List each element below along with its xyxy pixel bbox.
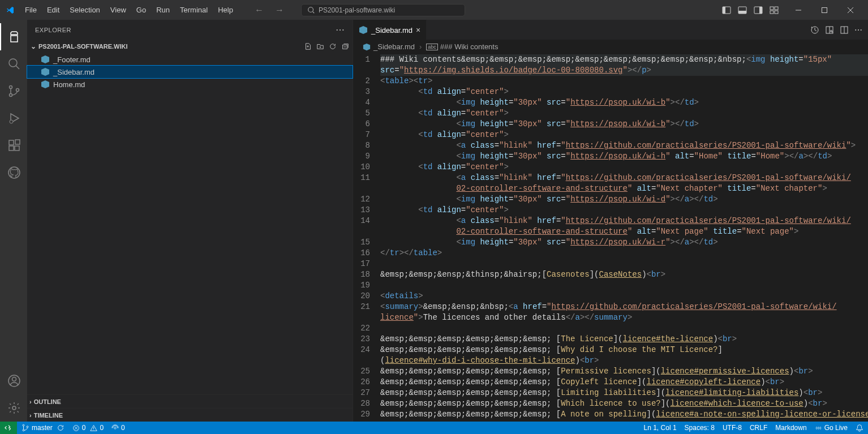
tab-actions: ⋯ — [810, 20, 868, 40]
split-editor-icon[interactable] — [840, 25, 849, 35]
svg-rect-9 — [775, 7, 778, 10]
svg-line-1 — [313, 11, 315, 13]
tab-sidebar-md[interactable]: _Sidebar.md × — [353, 20, 427, 40]
line-gutter: 1234567891011121314151617181920212223242… — [353, 54, 380, 422]
menu-go[interactable]: Go — [132, 3, 151, 16]
svg-point-21 — [10, 120, 13, 123]
language-mode[interactable]: Markdown — [775, 424, 806, 432]
svg-rect-22 — [9, 140, 14, 145]
folder-root[interactable]: ⌄ PS2001-PAL-SOFTWARE.WIKI — [27, 40, 353, 53]
file-item[interactable]: Home.md — [27, 78, 353, 91]
menu-view[interactable]: View — [106, 3, 131, 16]
new-file-icon[interactable] — [304, 42, 312, 50]
svg-rect-11 — [775, 11, 778, 14]
ports-indicator[interactable]: 0 — [111, 424, 125, 432]
main-menu: FileEditSelectionViewGoRunTerminalHelp — [20, 3, 238, 16]
nav-forward-icon[interactable]: → — [275, 5, 284, 15]
run-debug-icon[interactable] — [0, 105, 27, 132]
editor-body[interactable]: 1234567891011121314151617181920212223242… — [353, 54, 868, 422]
search-activity-icon[interactable] — [0, 50, 27, 78]
nav-back-icon[interactable]: ← — [255, 5, 264, 15]
code-content[interactable]: ### Wiki contents&emsp;&emsp;&emsp;&emsp… — [380, 54, 868, 422]
github-icon[interactable] — [0, 159, 27, 186]
eol[interactable]: CRLF — [750, 424, 767, 432]
markdown-file-icon — [41, 67, 50, 76]
maximize-button[interactable] — [811, 1, 837, 20]
explorer-icon[interactable] — [0, 23, 27, 50]
breadcrumb[interactable]: _Sidebar.md › abc ### Wiki contents — [353, 40, 868, 54]
explorer-more-icon[interactable]: ⋯ — [336, 24, 345, 35]
encoding[interactable]: UTF-8 — [723, 424, 742, 432]
source-control-icon[interactable] — [0, 78, 27, 105]
svg-point-16 — [9, 59, 17, 67]
markdown-file-icon — [362, 42, 371, 51]
svg-point-20 — [16, 89, 19, 92]
toggle-panel-icon[interactable] — [738, 6, 747, 15]
vscode-logo-icon — [5, 5, 16, 16]
titlebar: FileEditSelectionViewGoRunTerminalHelp ←… — [0, 0, 868, 20]
accounts-icon[interactable] — [0, 367, 27, 394]
svg-point-28 — [12, 377, 16, 381]
tab-label: _Sidebar.md — [371, 26, 412, 35]
indent-setting[interactable]: Spaces: 8 — [685, 424, 715, 432]
breadcrumb-symbol: abc ### Wiki contents — [426, 42, 498, 51]
nav-arrows: ← → — [255, 5, 284, 15]
refresh-icon[interactable] — [329, 42, 337, 50]
preview-icon[interactable] — [825, 25, 834, 35]
svg-point-47 — [818, 427, 819, 428]
file-name: Home.md — [53, 80, 85, 89]
remote-indicator[interactable] — [0, 422, 17, 434]
close-tab-icon[interactable]: × — [416, 25, 420, 35]
file-item[interactable]: _Footer.md — [27, 53, 353, 66]
folder-actions — [304, 42, 349, 50]
markdown-file-icon — [41, 55, 50, 64]
svg-rect-8 — [770, 7, 774, 10]
chevron-right-icon: › — [29, 412, 32, 419]
file-item[interactable]: _Sidebar.md — [27, 66, 353, 78]
menu-run[interactable]: Run — [152, 3, 174, 16]
command-center[interactable]: PS2001-pal-software.wiki — [301, 4, 465, 16]
minimize-button[interactable] — [785, 1, 811, 20]
status-bar: master 0 0 0 Ln 1, Col 1 Spaces: 8 UTF-8… — [0, 422, 868, 434]
markdown-file-icon — [359, 25, 368, 35]
problems-indicator[interactable]: 0 0 — [72, 424, 104, 432]
svg-line-17 — [16, 66, 19, 69]
menu-terminal[interactable]: Terminal — [175, 3, 212, 16]
extensions-icon[interactable] — [0, 132, 27, 159]
layout-controls — [722, 6, 779, 15]
svg-point-39 — [23, 429, 24, 431]
menu-selection[interactable]: Selection — [65, 3, 104, 16]
customize-layout-icon[interactable] — [770, 6, 779, 15]
git-branch[interactable]: master — [22, 424, 65, 432]
svg-point-46 — [114, 427, 116, 428]
menu-file[interactable]: File — [20, 3, 41, 16]
new-folder-icon[interactable] — [316, 42, 324, 50]
svg-point-38 — [23, 424, 24, 426]
collapse-all-icon[interactable] — [341, 42, 349, 50]
svg-rect-5 — [738, 11, 746, 14]
tabs-row: _Sidebar.md × ⋯ — [353, 20, 868, 40]
svg-point-45 — [93, 429, 94, 430]
toggle-secondary-sidebar-icon[interactable] — [754, 6, 763, 15]
explorer-title: EXPLORER — [35, 27, 71, 33]
settings-gear-icon[interactable] — [0, 394, 27, 422]
timeline-section[interactable]: › TIMELINE — [27, 408, 353, 422]
more-actions-icon[interactable]: ⋯ — [854, 25, 862, 35]
go-live[interactable]: Go Live — [815, 424, 848, 432]
outline-section[interactable]: › OUTLINE — [27, 394, 353, 408]
file-list: _Footer.md_Sidebar.mdHome.md — [27, 53, 353, 91]
notifications-icon[interactable] — [856, 424, 863, 432]
svg-point-18 — [10, 86, 12, 89]
markdown-file-icon — [41, 80, 50, 89]
search-text: PS2001-pal-software.wiki — [319, 6, 395, 14]
timeline-icon[interactable] — [810, 25, 819, 35]
menu-help[interactable]: Help — [213, 3, 238, 16]
cursor-position[interactable]: Ln 1, Col 1 — [644, 424, 677, 432]
toggle-primary-sidebar-icon[interactable] — [722, 6, 731, 15]
explorer-sidebar: EXPLORER ⋯ ⌄ PS2001-PAL-SOFTWARE.WIKI _F… — [27, 20, 353, 422]
close-button[interactable] — [837, 1, 863, 20]
svg-rect-25 — [15, 140, 20, 144]
menu-edit[interactable]: Edit — [42, 3, 64, 16]
chevron-down-icon: ⌄ — [31, 42, 36, 50]
svg-point-19 — [10, 94, 12, 97]
